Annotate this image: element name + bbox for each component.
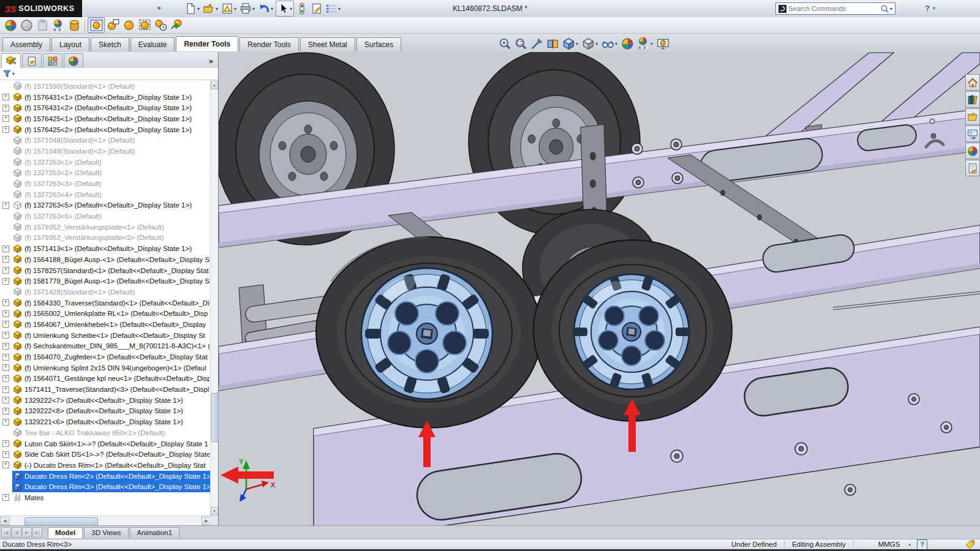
expand-icon[interactable]: + [2, 105, 9, 111]
task-pane-button[interactable] [965, 160, 980, 176]
toolbar-button[interactable]: ▾ [239, 1, 256, 16]
view-tool-button[interactable]: ▾ [636, 36, 655, 51]
tree-item-content[interactable]: (f) 1565002_Umlenkplatte RL<1> (Default<… [12, 308, 210, 319]
document-window-button[interactable] [946, 37, 957, 48]
toolbar-button[interactable]: ▾ [310, 1, 323, 16]
tree-item-content[interactable]: (f) 1571428(Standard)<1> (Default) [12, 287, 137, 298]
dropdown-caret-icon[interactable]: ▾ [197, 6, 200, 12]
expand-icon[interactable]: + [2, 408, 9, 414]
expand-icon[interactable]: + [2, 321, 9, 328]
command-tab[interactable]: Layout [51, 37, 89, 51]
tree-item-content[interactable]: Ducato Dress Rim<2> (Default<<Default>_D… [12, 471, 211, 482]
command-tab[interactable]: Evaluate [130, 37, 175, 51]
document-window-button[interactable] [918, 37, 929, 48]
command-tab[interactable]: Render Tools [176, 36, 238, 51]
tree-item-content[interactable]: (f) 1327263<1> (Default) [12, 157, 104, 168]
expand-icon[interactable]: + [2, 202, 9, 209]
tree-item[interactable]: + (f) 1327263<4> (Default) [0, 189, 211, 200]
command-tab[interactable]: Render Tools [239, 37, 299, 51]
tree-item[interactable]: + (f) 1327263<2> (Default) [0, 168, 211, 179]
tree-item-content[interactable]: Ducato Dress Rim<3> (Default<<Default>_D… [12, 481, 211, 492]
view-tool-button[interactable]: ▾ [581, 36, 600, 51]
render-toolbar-button[interactable] [121, 17, 137, 32]
tree-item[interactable]: + 1329222<7> (Default<<Default>_Display … [0, 395, 211, 406]
dropdown-caret-icon[interactable]: ▾ [576, 41, 578, 47]
dropdown-caret-icon[interactable]: ▾ [595, 41, 598, 47]
scroll-thumb[interactable] [211, 393, 219, 442]
tree-vertical-scrollbar[interactable]: ▲ ▼ [210, 81, 218, 515]
tree-item[interactable]: + Ducato Dress Rim<3> (Default<<Default>… [0, 481, 211, 492]
window-control-button[interactable] [938, 2, 949, 13]
view-tool-button[interactable]: ▾ [620, 36, 635, 51]
render-toolbar-button[interactable] [50, 18, 66, 32]
tree-item[interactable]: + (f) 1327263<3> (Default) [0, 178, 211, 189]
tree-item-content[interactable]: (f) Sechskantmutter_DIN_985___M_8(700121… [12, 341, 211, 352]
expand-icon[interactable]: + [2, 364, 9, 371]
command-tab[interactable]: Sheet Metal [300, 37, 355, 51]
tree-item[interactable]: + (f) 1564071_Gestänge kpl neu<1> (Defau… [0, 373, 211, 384]
expand-icon[interactable]: + [2, 494, 9, 501]
toolbar-button[interactable]: ▾ [257, 1, 274, 16]
assembly-3d-view[interactable]: Y X [219, 52, 980, 525]
tree-item-content[interactable]: 1571411_Traverse(Standard)<3> (Default<<… [12, 384, 211, 395]
render-toolbar-button[interactable] [105, 17, 121, 32]
flyout-chevrons-icon[interactable]: » [209, 56, 213, 66]
tree-item[interactable]: + (f) 1576431<1> (Default<<Default>_Disp… [0, 92, 211, 103]
tree-item[interactable]: + (f) 1578257(Standard)<1> (Default<<Def… [0, 265, 211, 276]
render-toolbar-button[interactable] [153, 17, 168, 32]
expand-icon[interactable]: + [2, 343, 9, 350]
expand-icon[interactable]: + [2, 278, 9, 285]
status-help-button[interactable]: ? [917, 539, 927, 550]
tree-horizontal-scrollbar[interactable]: ◀ ▶ [0, 515, 211, 525]
tag-button[interactable] [965, 539, 975, 550]
tree-item-content[interactable]: (f) 1578257(Standard)<1> (Default<<Defau… [12, 265, 211, 276]
toolbar-button[interactable]: ▾ [184, 1, 201, 16]
tree-item-content[interactable]: (f) 1581779_Bügel Ausp-<1> (Default<<Def… [12, 276, 211, 287]
tree-item-content[interactable]: (f) 1571590(Standard)<1> (Default) [12, 81, 137, 92]
scroll-left-arrow[interactable]: ◀ [0, 517, 10, 525]
tree-item-content[interactable]: (f) Umlenkung Scheibe<1> (Default<<Defau… [12, 330, 207, 341]
tree-item-content[interactable]: (f) 1564067_Umlenkhebel<1> (Default<<Def… [12, 319, 208, 330]
tree-item[interactable]: + (-) Ducato Dress Rim<1> (Default<<Defa… [0, 460, 211, 471]
tree-item-content[interactable]: (f) 1576425<1> (Default<<Default>_Displa… [12, 113, 194, 124]
document-window-button[interactable] [890, 37, 900, 48]
expand-icon[interactable]: + [2, 419, 9, 425]
tree-item-content[interactable]: (f) 1576431<1> (Default<<Default>_Displa… [12, 92, 194, 103]
document-tab[interactable]: 3D Views [84, 527, 128, 538]
task-pane-button[interactable] [965, 108, 980, 125]
tree-item-content[interactable]: (f) 1327263<5> (Default<<Default>_Displa… [12, 200, 194, 211]
view-tool-button[interactable]: ▾ [545, 36, 560, 51]
tree-item-content[interactable]: (f) 1327263<3> (Default) [12, 178, 104, 189]
tree-item[interactable]: + (f) 1576425<1> (Default<<Default>_Disp… [0, 113, 211, 124]
tree-item-content[interactable]: (f) 1576431<2> (Default<<Default>_Displa… [12, 102, 194, 113]
tree-item-content[interactable]: Mates [12, 492, 45, 503]
tree-item[interactable]: + Side Cab Skirt DS<1>->? (Default<<Defa… [0, 449, 211, 460]
tree-item-content[interactable]: (f) 1584330_Traverse(Standard)<1> (Defau… [12, 298, 211, 309]
tree-item-content[interactable]: (f) 1327263<6> (Default) [12, 211, 104, 222]
tree-item-content[interactable]: (f) 1327263<4> (Default) [12, 189, 104, 200]
tree-item-content[interactable]: 1329222<8> (Default<<Default>_Display St… [12, 406, 185, 417]
tree-item[interactable]: + (f) 1571413<1> (Default<<Default>_Disp… [0, 243, 211, 254]
tab-nav-button[interactable]: ◀ [12, 527, 21, 538]
tree-item-content[interactable]: (f) 1579352_Verstärkungsplatte<2> (Defau… [12, 233, 166, 244]
expand-icon[interactable]: + [2, 267, 9, 274]
dropdown-caret-icon[interactable]: ▾ [650, 41, 653, 47]
document-window-button[interactable] [904, 37, 914, 48]
tree-item[interactable]: + (f) 1584330_Traverse(Standard)<1> (Def… [0, 298, 211, 309]
task-pane-button[interactable] [965, 74, 980, 91]
tree-item-content[interactable]: Tow Bar - ALKO Trakkaway 850<1> (Default… [12, 427, 167, 438]
scroll-right-arrow[interactable]: ▶ [202, 517, 211, 525]
render-toolbar-button[interactable] [137, 17, 153, 32]
dropdown-caret-icon[interactable]: ▾ [252, 6, 255, 12]
view-tool-button[interactable]: ▾ [655, 36, 671, 51]
tree-item[interactable]: + Luton Cab Skirt<1>->? (Default<<Defaul… [0, 438, 211, 449]
panel-tab[interactable] [1, 53, 21, 68]
tree-item[interactable]: + (f) 1327263<5> (Default<<Default>_Disp… [0, 200, 211, 211]
tree-item-content[interactable]: (f) 1571413<1> (Default<<Default>_Displa… [12, 243, 194, 254]
task-pane-button[interactable] [965, 91, 980, 108]
expand-icon[interactable]: + [2, 256, 9, 263]
tree-item-content[interactable]: (f) 1564071_Gestänge kpl neu<1> (Default… [12, 373, 211, 384]
units-caret-icon[interactable]: ▴ [908, 542, 911, 547]
search-commands-box[interactable]: ▾ [775, 2, 895, 15]
dropdown-caret-icon[interactable]: ▾ [234, 6, 236, 12]
